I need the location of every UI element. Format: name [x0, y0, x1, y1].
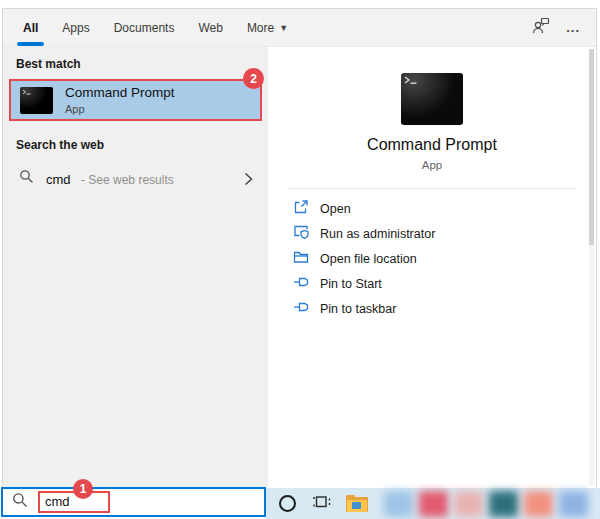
command-prompt-icon-large [401, 73, 463, 125]
action-open-label: Open [320, 202, 351, 216]
action-pin-to-taskbar[interactable]: Pin to taskbar [293, 296, 596, 321]
user-feedback-icon[interactable] [531, 17, 551, 39]
blurred-app-icon[interactable] [524, 491, 553, 517]
best-match-header: Best match [16, 57, 268, 71]
command-prompt-icon [20, 87, 53, 114]
chevron-right-icon[interactable] [244, 172, 253, 186]
web-result-row[interactable]: cmd - See web results [3, 160, 268, 197]
action-run-as-administrator-label: Run as administrator [320, 227, 435, 241]
search-the-web-header: Search the web [16, 138, 268, 152]
search-query-annotation-box: cmd 1 [38, 491, 110, 513]
action-pin-to-start-label: Pin to Start [320, 277, 382, 291]
tab-more-label: More [247, 21, 274, 35]
blurred-app-icon[interactable] [559, 491, 588, 517]
search-filter-tabbar: All Apps Documents Web More ▼ ... [3, 9, 596, 47]
result-preview-pane: Command Prompt App Open [268, 47, 596, 487]
action-open[interactable]: Open [293, 196, 596, 221]
scrollbar-thumb[interactable] [589, 49, 594, 245]
chevron-down-icon: ▼ [279, 23, 288, 33]
best-match-title: Command Prompt [65, 85, 175, 100]
web-result-suffix: - See web results [81, 173, 174, 187]
search-icon [19, 169, 34, 188]
search-results-pane: Best match Command Prompt App 2 Search t… [3, 47, 268, 487]
tab-documents[interactable]: Documents [114, 9, 175, 46]
action-open-file-location-label: Open file location [320, 252, 417, 266]
open-icon [293, 199, 309, 218]
preview-subtitle: App [268, 159, 596, 171]
action-open-file-location[interactable]: Open file location [293, 246, 596, 271]
pin-icon [293, 274, 309, 293]
context-action-list: Open Run as administrator [268, 196, 596, 321]
blurred-app-icon[interactable] [454, 491, 483, 517]
annotation-step-1-badge: 1 [73, 479, 93, 499]
best-match-subtitle: App [65, 103, 175, 115]
folder-icon [293, 249, 309, 268]
taskbar-search-input[interactable]: cmd 1 [1, 487, 266, 517]
action-run-as-administrator[interactable]: Run as administrator [293, 221, 596, 246]
action-pin-to-start[interactable]: Pin to Start [293, 271, 596, 296]
search-flyout-window: All Apps Documents Web More ▼ ... Best m… [2, 8, 597, 487]
task-view-icon[interactable] [313, 493, 331, 514]
web-result-query: cmd [46, 172, 71, 187]
admin-shield-icon [293, 224, 309, 243]
more-options-icon[interactable]: ... [566, 20, 580, 35]
preview-title: Command Prompt [268, 136, 596, 154]
blurred-app-icon[interactable] [419, 491, 448, 517]
file-explorer-icon[interactable] [346, 495, 368, 512]
cortana-icon[interactable] [279, 495, 296, 512]
tab-apps[interactable]: Apps [62, 9, 89, 46]
tab-more[interactable]: More ▼ [247, 9, 288, 46]
scrollbar[interactable] [589, 49, 594, 485]
taskbar-app-tiles [384, 491, 588, 517]
tab-all[interactable]: All [23, 9, 38, 46]
search-query-text: cmd [45, 494, 70, 509]
best-match-result-command-prompt[interactable]: Command Prompt App 2 [9, 79, 262, 121]
action-pin-to-taskbar-label: Pin to taskbar [320, 302, 396, 316]
pin-icon [293, 299, 309, 318]
search-icon [12, 492, 28, 512]
taskbar [266, 488, 600, 519]
tab-web[interactable]: Web [198, 9, 222, 46]
blurred-app-icon[interactable] [384, 491, 413, 517]
preview-divider [288, 188, 576, 189]
blurred-app-icon[interactable] [489, 491, 518, 517]
annotation-step-2-badge: 2 [243, 68, 264, 89]
